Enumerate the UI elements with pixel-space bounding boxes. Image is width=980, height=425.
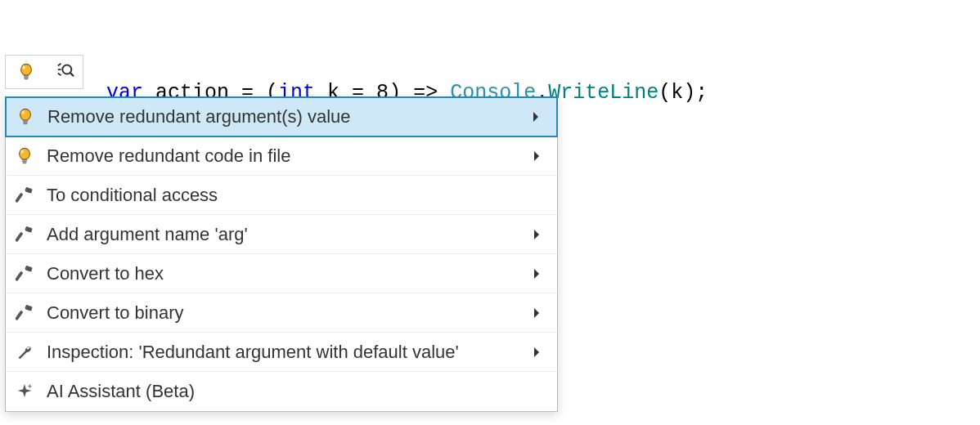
svg-rect-22 — [25, 226, 33, 232]
svg-rect-13 — [23, 122, 28, 123]
svg-rect-14 — [24, 123, 28, 125]
menu-item-5[interactable]: Convert to binary — [6, 293, 557, 333]
svg-rect-2 — [24, 74, 29, 76]
svg-rect-12 — [23, 119, 28, 121]
svg-point-10 — [20, 109, 31, 120]
hammer-icon — [12, 186, 37, 204]
svg-line-5 — [58, 64, 61, 66]
svg-point-16 — [20, 150, 24, 154]
menu-item-label: Inspection: 'Redundant argument with def… — [47, 342, 524, 363]
svg-rect-23 — [16, 231, 23, 242]
method-writeline: WriteLine — [548, 81, 659, 105]
svg-rect-3 — [24, 77, 29, 78]
menu-item-3[interactable]: Add argument name 'arg' — [6, 215, 557, 254]
svg-rect-4 — [25, 78, 29, 80]
hammer-icon — [12, 226, 37, 244]
svg-rect-27 — [16, 310, 23, 320]
svg-point-1 — [22, 65, 25, 69]
menu-item-0[interactable]: Remove redundant argument(s) value — [5, 96, 558, 137]
bulb-icon — [14, 63, 38, 81]
svg-line-7 — [58, 74, 61, 76]
svg-rect-18 — [22, 160, 27, 162]
submenu-arrow-icon — [524, 347, 549, 358]
svg-rect-17 — [22, 159, 27, 160]
menu-item-6[interactable]: Inspection: 'Redundant argument with def… — [6, 333, 557, 372]
submenu-arrow-icon — [524, 150, 549, 162]
menu-item-label: Remove redundant argument(s) value — [47, 106, 524, 128]
wrench-icon — [12, 343, 37, 361]
menu-item-2[interactable]: To conditional access — [6, 176, 557, 215]
bulb-icon — [12, 147, 37, 165]
menu-item-label: Convert to hex — [47, 263, 524, 284]
svg-point-15 — [20, 148, 30, 159]
menu-item-label: Add argument name 'arg' — [47, 224, 524, 245]
svg-rect-25 — [16, 271, 23, 281]
quick-fix-button[interactable] — [5, 55, 83, 89]
sparkle-icon — [12, 382, 37, 400]
svg-line-9 — [70, 73, 74, 76]
submenu-arrow-icon — [524, 229, 549, 240]
svg-rect-19 — [23, 162, 27, 163]
hammer-icon — [12, 304, 37, 322]
svg-point-0 — [21, 64, 32, 75]
svg-rect-20 — [25, 186, 33, 193]
menu-item-label: AI Assistant (Beta) — [47, 381, 524, 402]
submenu-arrow-icon — [524, 268, 549, 280]
menu-item-label: To conditional access — [47, 185, 524, 206]
bulb-icon — [13, 108, 38, 126]
menu-item-1[interactable]: Remove redundant code in file — [6, 136, 557, 176]
menu-item-label: Remove redundant code in file — [47, 145, 524, 167]
quick-fix-menu: Remove redundant argument(s) valueRemove… — [5, 96, 558, 412]
hammer-icon — [12, 265, 37, 283]
svg-point-11 — [21, 110, 25, 114]
svg-rect-26 — [25, 304, 33, 311]
svg-point-8 — [62, 65, 71, 74]
submenu-arrow-icon — [524, 307, 549, 319]
search-icon — [56, 60, 74, 83]
svg-rect-21 — [16, 192, 23, 203]
svg-rect-24 — [25, 265, 33, 271]
menu-item-7[interactable]: AI Assistant (Beta) — [6, 372, 557, 411]
menu-item-4[interactable]: Convert to hex — [6, 254, 557, 293]
submenu-arrow-icon — [524, 111, 548, 123]
menu-item-label: Convert to binary — [47, 302, 524, 324]
